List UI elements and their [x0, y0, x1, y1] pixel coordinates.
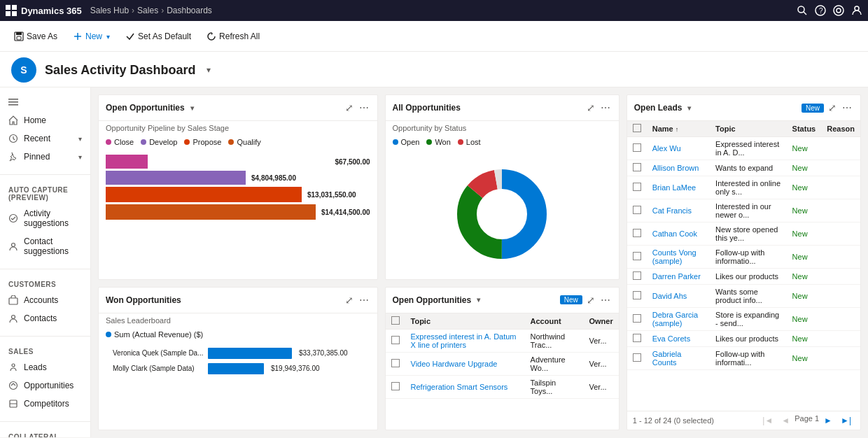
help-icon[interactable]: ? [815, 5, 826, 16]
cell-check[interactable] [386, 352, 405, 375]
cell-check[interactable] [627, 160, 647, 176]
pagination-prev[interactable]: ◄ [778, 414, 793, 427]
cell-name[interactable]: Gabriela Counts [647, 347, 710, 370]
sidebar-item-recent[interactable]: Recent [0, 129, 90, 148]
table-row[interactable]: Eva Corets Likes our products New [627, 331, 860, 347]
user-icon[interactable] [851, 5, 862, 16]
sidebar-item-activity-suggestions[interactable]: Activity suggestions [0, 204, 90, 232]
cell-check[interactable] [386, 375, 405, 398]
cell-check[interactable] [627, 199, 647, 222]
open-opp-more-button[interactable]: ⋯ [358, 101, 370, 115]
cell-check[interactable] [627, 347, 647, 370]
page-title-chevron[interactable]: ▾ [206, 65, 211, 75]
table-row[interactable]: Counts Vong (sample) Follow-up with info… [627, 246, 860, 269]
col-header-topic-bottom[interactable]: Topic [405, 313, 525, 330]
cell-topic[interactable]: Video Hardware Upgrade [405, 352, 525, 375]
cell-status: New [787, 269, 822, 285]
cell-name[interactable]: Cathan Cook [647, 222, 710, 246]
all-opp-expand-button[interactable]: ⤢ [585, 101, 596, 115]
open-leads-expand-button[interactable]: ⤢ [827, 101, 838, 115]
search-icon[interactable] [797, 5, 808, 16]
col-header-status[interactable]: Status [787, 121, 822, 137]
cell-check[interactable] [386, 329, 405, 352]
cell-reason [821, 269, 860, 285]
cell-check[interactable] [627, 137, 647, 160]
cell-name[interactable]: Allison Brown [647, 160, 710, 176]
settings-icon[interactable] [833, 5, 844, 16]
col-header-reason[interactable]: Reason [821, 121, 860, 137]
open-leads-new-button[interactable]: New [802, 104, 824, 113]
open-opp-expand-button[interactable]: ⤢ [344, 101, 355, 115]
table-row[interactable]: David Ahs Wants some product info... New [627, 285, 860, 308]
table-row[interactable]: Expressed interest in A. Datum X line of… [386, 329, 619, 352]
sidebar-item-competitors[interactable]: Competitors [0, 395, 90, 413]
table-row[interactable]: Refrigeration Smart Sensors Tailspin Toy… [386, 375, 619, 398]
refresh-all-button[interactable]: Refresh All [201, 29, 265, 44]
breadcrumb-dashboards[interactable]: Dashboards [167, 6, 212, 15]
table-row[interactable]: Cathan Cook New store opened this ye... … [627, 222, 860, 246]
cell-name[interactable]: Cat Francis [647, 199, 710, 222]
col-header-account-bottom[interactable]: Account [525, 313, 584, 330]
col-header-topic[interactable]: Topic [710, 121, 787, 137]
sidebar-item-contact-suggestions[interactable]: Contact suggestions [0, 232, 90, 260]
cell-name[interactable]: Debra Garcia (sample) [647, 308, 710, 331]
sidebar-item-leads[interactable]: Leads [0, 358, 90, 376]
won-opp-expand-button[interactable]: ⤢ [344, 293, 355, 307]
breadcrumb-sales[interactable]: Sales [137, 6, 158, 15]
sidebar-item-pinned[interactable]: Pinned [0, 148, 90, 166]
cell-name[interactable]: Darren Parker [647, 269, 710, 285]
open-opp-bottom-chevron[interactable] [475, 296, 480, 304]
table-row[interactable]: Alex Wu Expressed interest in A. D... Ne… [627, 137, 860, 160]
open-opp-bottom-new-button[interactable]: New [560, 295, 582, 304]
col-header-check[interactable] [627, 121, 647, 137]
sidebar-expand-toggle[interactable] [0, 93, 90, 111]
new-dropdown-chevron[interactable] [105, 31, 110, 41]
pagination-last[interactable]: ►| [837, 414, 855, 427]
cell-check[interactable] [627, 176, 647, 199]
cell-check[interactable] [627, 246, 647, 269]
table-row[interactable]: Cat Francis Interested in our newer o...… [627, 199, 860, 222]
table-row[interactable]: Brian LaMee Interested in online only s.… [627, 176, 860, 199]
pagination-first[interactable]: |◄ [759, 414, 776, 427]
col-header-name[interactable]: Name [647, 121, 710, 137]
cell-topic[interactable]: Expressed interest in A. Datum X line of… [405, 329, 525, 352]
cell-check[interactable] [627, 308, 647, 331]
table-row[interactable]: Allison Brown Wants to expand New [627, 160, 860, 176]
open-opp-bottom-more-button[interactable]: ⋯ [599, 293, 612, 307]
open-opp-chevron[interactable] [189, 104, 194, 112]
table-row[interactable]: Darren Parker Likes our products New [627, 269, 860, 285]
set-as-default-button[interactable]: Set As Default [120, 29, 197, 44]
cell-check[interactable] [627, 285, 647, 308]
won-opp-more-button[interactable]: ⋯ [358, 293, 370, 307]
table-row[interactable]: Gabriela Counts Follow-up with informati… [627, 347, 860, 370]
breadcrumb-sales-hub[interactable]: Sales Hub [90, 6, 129, 15]
col-check-bottom[interactable] [386, 313, 405, 330]
cell-name[interactable]: Eva Corets [647, 331, 710, 347]
open-leads-chevron[interactable] [686, 104, 691, 112]
cell-name[interactable]: Alex Wu [647, 137, 710, 160]
col-header-owner-bottom[interactable]: Owner [584, 313, 619, 330]
cell-name[interactable]: Brian LaMee [647, 176, 710, 199]
waffle-icon[interactable] [6, 5, 17, 16]
app-name: Dynamics 365 [21, 6, 82, 16]
open-opp-bottom-expand-button[interactable]: ⤢ [585, 293, 596, 307]
sidebar-item-accounts[interactable]: Accounts [0, 291, 90, 309]
app-logo[interactable]: Dynamics 365 [6, 5, 82, 16]
cell-check[interactable] [627, 269, 647, 285]
open-leads-more-button[interactable]: ⋯ [841, 101, 853, 115]
cell-check[interactable] [627, 331, 647, 347]
sidebar-item-home[interactable]: Home [0, 111, 90, 129]
save-as-button[interactable]: Save As [8, 29, 63, 44]
sidebar-item-contacts[interactable]: Contacts [0, 309, 90, 327]
svg-point-20 [12, 364, 15, 367]
cell-name[interactable]: Counts Vong (sample) [647, 246, 710, 269]
sidebar-item-opportunities[interactable]: Opportunities [0, 376, 90, 395]
table-row[interactable]: Debra Garcia (sample) Store is expanding… [627, 308, 860, 331]
all-opp-more-button[interactable]: ⋯ [599, 101, 612, 115]
cell-check[interactable] [627, 222, 647, 246]
new-button[interactable]: New [67, 29, 115, 44]
table-row[interactable]: Video Hardware Upgrade Adventure Wo... V… [386, 352, 619, 375]
cell-name[interactable]: David Ahs [647, 285, 710, 308]
pagination-next[interactable]: ► [820, 414, 836, 427]
cell-topic[interactable]: Refrigeration Smart Sensors [405, 375, 525, 398]
